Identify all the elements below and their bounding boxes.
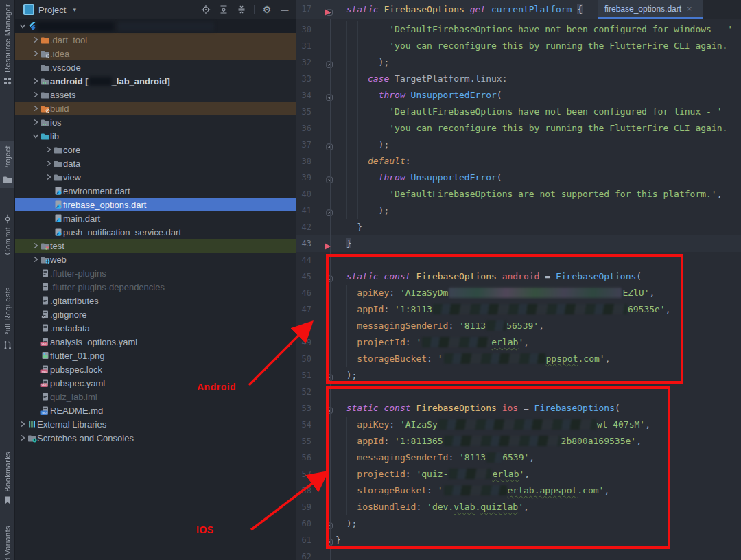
stripe-tab-pull-requests[interactable]: Pull Requests: [0, 287, 14, 350]
tree-item-pubspec-lock[interactable]: YMLpubspec.lock: [14, 362, 296, 376]
chevron-right-icon[interactable]: [30, 241, 40, 250]
line-number[interactable]: 30: [296, 21, 311, 38]
tree-item-main-dart[interactable]: main.dart: [14, 211, 296, 225]
code-line-43[interactable]: 43 }: [296, 235, 741, 252]
tree-item-test[interactable]: test: [14, 239, 296, 253]
line-number[interactable]: 60: [296, 515, 311, 532]
line-number[interactable]: 57: [296, 466, 311, 482]
code-line-38[interactable]: 38 default:: [296, 153, 741, 170]
hide-icon[interactable]: —: [279, 4, 290, 15]
code-line-46[interactable]: 46 apiKey: 'AIzaSyDmEZlU',: [296, 285, 741, 301]
tree-item-data[interactable]: data: [14, 156, 296, 170]
line-number[interactable]: 50: [296, 351, 311, 367]
line-number[interactable]: 36: [296, 120, 311, 137]
collapse-all-icon[interactable]: [236, 4, 247, 15]
chevron-right-icon[interactable]: [17, 419, 27, 429]
tree-item-flutter-01-png[interactable]: flutter_01.png: [14, 349, 296, 362]
code-line-32[interactable]: 32 );: [296, 54, 741, 71]
code-line-58[interactable]: 58 storageBucket: 'erlab.appspot.com',: [296, 482, 741, 499]
tree-item-core[interactable]: core: [14, 143, 296, 156]
code-line-52[interactable]: 52: [296, 384, 741, 400]
code-line-49[interactable]: 49 projectId: 'erlab',: [296, 334, 741, 351]
project-panel-title[interactable]: Project: [38, 5, 66, 15]
code-line-60[interactable]: 60 );: [296, 515, 741, 532]
settings-icon[interactable]: ⚙: [261, 4, 272, 15]
tree-item-pubspec-yaml[interactable]: YMLpubspec.yaml: [14, 376, 296, 390]
line-number[interactable]: 53: [296, 400, 311, 417]
code-line-59[interactable]: 59 iosBundleId: 'dev.vlab.quizlab',: [296, 499, 741, 515]
chevron-right-icon[interactable]: [30, 104, 40, 113]
chevron-right-icon[interactable]: [43, 172, 54, 182]
line-number[interactable]: 35: [296, 104, 311, 120]
line-number[interactable]: 52: [296, 384, 311, 400]
line-number[interactable]: 39: [296, 170, 311, 186]
line-number[interactable]: 32: [296, 54, 311, 71]
stripe-tab-commit[interactable]: Commit: [0, 214, 14, 255]
chevron-right-icon[interactable]: [30, 117, 40, 127]
code-line-41[interactable]: 41 );: [296, 202, 741, 219]
expand-all-icon[interactable]: [218, 4, 229, 15]
code-line-30[interactable]: 30 'DefaultFirebaseOptions have not been…: [296, 21, 741, 38]
line-number[interactable]: 47: [296, 301, 311, 318]
tree-item-dart-tool[interactable]: .dart_tool: [14, 33, 296, 47]
tab-firebase-options[interactable]: firebase_options.dart ×: [598, 0, 703, 19]
line-number[interactable]: 45: [296, 268, 311, 285]
tree-item-readme-md[interactable]: MDREADME.md: [14, 404, 296, 417]
code-line-34[interactable]: 34 throw UnsupportedError(: [296, 87, 741, 104]
line-number[interactable]: 42: [296, 219, 311, 235]
chevron-right-icon[interactable]: [30, 35, 40, 45]
line-number[interactable]: 49: [296, 334, 311, 351]
code-line-40[interactable]: 40 'DefaultFirebaseOptions are not suppo…: [296, 186, 741, 202]
tree-item-quiz-lab-iml[interactable]: quiz_lab.iml: [14, 390, 296, 404]
code-line-54[interactable]: 54 apiKey: 'AIzaSywl-407sM',: [296, 417, 741, 433]
tree-item-build[interactable]: build: [14, 102, 296, 115]
tree-item-environment-dart[interactable]: environment.dart: [14, 184, 296, 198]
code-line-39[interactable]: 39 throw UnsupportedError(: [296, 170, 741, 186]
code-line-47[interactable]: 47 appId: '1:811369535e',: [296, 301, 741, 318]
line-number[interactable]: 58: [296, 482, 311, 499]
stripe-tab-project[interactable]: Project: [0, 141, 14, 188]
locate-icon[interactable]: [200, 4, 211, 15]
line-number[interactable]: 38: [296, 153, 311, 170]
tree-item-lib[interactable]: lib: [14, 129, 296, 143]
tree-item-analysis-options-yaml[interactable]: YMLanalysis_options.yaml: [14, 335, 296, 349]
code-line-44[interactable]: 44: [296, 252, 741, 268]
code-line-56[interactable]: 56 messagingSenderId: '81136539',: [296, 450, 741, 466]
line-number[interactable]: 43: [296, 235, 311, 252]
tree-item-gitattributes[interactable]: .gitattributes: [14, 294, 296, 307]
stripe-tab-build-variants[interactable]: Build Variants: [0, 526, 14, 560]
tree-item-flutter-plugins[interactable]: .flutter-plugins: [14, 266, 296, 280]
tree-item-ios[interactable]: ios: [14, 115, 296, 129]
chevron-right-icon[interactable]: [30, 255, 40, 264]
line-number[interactable]: 37: [296, 137, 311, 153]
tree-item-idea[interactable]: .idea: [14, 47, 296, 60]
tree-item-gitignore[interactable]: .gitignore: [14, 307, 296, 321]
tree-item-view[interactable]: view: [14, 170, 296, 184]
code-line-35[interactable]: 35 'DefaultFirebaseOptions have not been…: [296, 104, 741, 120]
line-number[interactable]: 17: [296, 0, 311, 19]
line-number[interactable]: 33: [296, 71, 311, 87]
code-line-51[interactable]: 51 );: [296, 367, 741, 384]
chevron-right-icon[interactable]: [17, 433, 27, 443]
tree-item-assets[interactable]: assets: [14, 88, 296, 102]
chevron-down-icon[interactable]: [30, 131, 40, 141]
chevron-down-icon[interactable]: [17, 21, 27, 31]
line-number[interactable]: 54: [296, 417, 311, 433]
tree-item-metadata[interactable]: .metadata: [14, 321, 296, 335]
line-number[interactable]: 40: [296, 186, 311, 202]
code-line-42[interactable]: 42 }: [296, 219, 741, 235]
code-line-57[interactable]: 57 projectId: 'quiz-erlab',: [296, 466, 741, 482]
chevron-right-icon[interactable]: [43, 159, 54, 168]
tree-item-external-libraries[interactable]: External Libraries: [14, 417, 296, 431]
code-line-61[interactable]: 61}: [296, 532, 741, 548]
line-number[interactable]: 61: [296, 532, 311, 548]
tree-item-push-notification-service-dart[interactable]: push_notification_service.dart: [14, 225, 296, 239]
tree-item-firebase-options-dart[interactable]: firebase_options.dart: [14, 198, 296, 211]
tree-item-vscode[interactable]: .vscode: [14, 60, 296, 74]
chevron-right-icon[interactable]: [30, 76, 40, 86]
code-line-53[interactable]: 53 static const FirebaseOptions ios = Fi…: [296, 400, 741, 417]
tree-item-flutter-plugins-dependencies[interactable]: .flutter-plugins-dependencies: [14, 280, 296, 294]
code-editor[interactable]: 30 'DefaultFirebaseOptions have not been…: [296, 0, 741, 560]
close-icon[interactable]: ×: [687, 3, 692, 14]
line-number[interactable]: 46: [296, 285, 311, 301]
